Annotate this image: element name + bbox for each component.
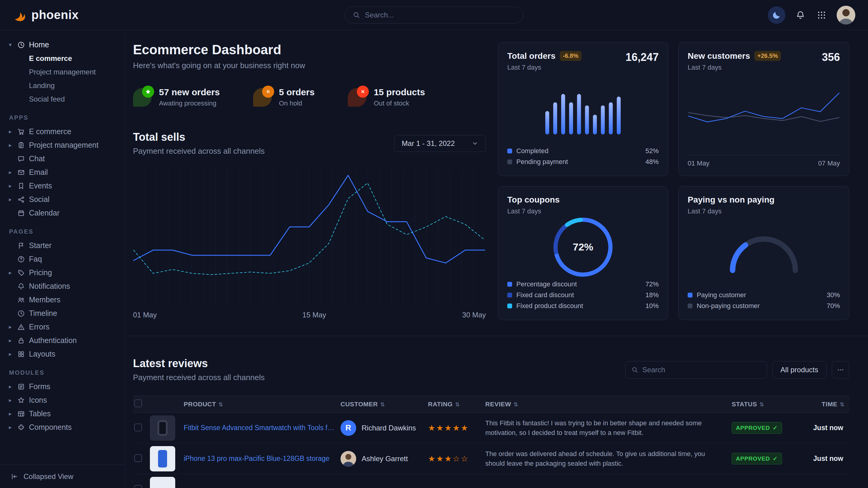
pause-icon [262, 86, 274, 98]
new-customers-card: New customers +26.5% Last 7 days 356 01 … [678, 42, 849, 176]
collapsed-view-label: Collapsed View [24, 472, 73, 481]
legend-item-completed: Completed 52% [507, 145, 659, 157]
sidebar-item-home[interactable]: ▾ Home [7, 38, 118, 52]
grid-icon [18, 351, 25, 358]
global-search-input[interactable] [365, 11, 515, 19]
total-orders-value: 16,247 [625, 51, 659, 64]
row-checkbox[interactable] [134, 423, 142, 431]
notifications-button[interactable] [795, 9, 806, 21]
search-icon [631, 366, 638, 373]
legend-swatch [507, 293, 512, 297]
caret-icon: ▸ [7, 323, 13, 330]
caret-icon: ▾ [7, 41, 13, 48]
customer-avatar [341, 451, 356, 466]
legend-label: Non-paying customer [697, 302, 760, 310]
page-subtitle: Here's what's going on at your business … [133, 61, 486, 70]
product-link[interactable]: Fitbit Sense Advanced Smartwatch with To… [184, 424, 335, 432]
sidebar-item-forms[interactable]: ▸ Forms [7, 380, 118, 393]
sidebar-item-project-management[interactable]: ▸ Project management [7, 138, 118, 152]
sidebar-item-label: Icons [29, 396, 47, 404]
rating-stars: ★★★★★ [428, 423, 469, 432]
reviews-search-input[interactable] [642, 366, 761, 374]
sidebar-item-icons[interactable]: ▸ Icons [7, 393, 118, 407]
search-icon [353, 11, 360, 19]
sidebar-section-label-apps: APPS [7, 114, 118, 121]
sidebar-item-notifications[interactable]: Notifications [7, 280, 118, 293]
sidebar-item-timeline[interactable]: Timeline [7, 306, 118, 320]
legend-label: Fixed product discount [516, 302, 583, 310]
users-icon [18, 296, 25, 303]
moon-icon [772, 10, 781, 20]
sidebar-subitem-e-commerce[interactable]: E commerce [7, 52, 118, 65]
sidebar-subitem-social-feed[interactable]: Social feed [7, 92, 118, 106]
sidebar-item-pricing[interactable]: ▸ Pricing [7, 266, 118, 280]
paying-gauge-chart [688, 215, 840, 290]
apps-grid-button[interactable] [815, 9, 828, 21]
sidebar-item-chat[interactable]: Chat [7, 152, 118, 165]
sidebar-subitem-project-management[interactable]: Project management [7, 65, 118, 79]
reviews-subtitle: Payment received across all channels [133, 373, 265, 382]
all-products-button[interactable]: All products [772, 361, 826, 379]
date-range-select[interactable]: Mar 1 - 31, 2022 [394, 135, 486, 152]
reviews-search[interactable] [625, 361, 767, 379]
legend-item-fixed-card-discount: Fixed card discount 18% [507, 290, 659, 300]
x-tick: 01 May [688, 159, 709, 167]
sidebar-item-label: Starter [29, 241, 52, 250]
page-title: Ecommerce Dashboard [133, 42, 486, 57]
sidebar-item-errors[interactable]: ▸ Errors [7, 320, 118, 334]
sidebar-item-authentication[interactable]: ▸ Authentication [7, 334, 118, 347]
sidebar-item-label: Social [29, 195, 50, 204]
row-checkbox[interactable] [134, 454, 142, 462]
column-header-customer[interactable]: CUSTOMER⇅ [341, 396, 428, 413]
column-header-review[interactable]: REVIEW⇅ [485, 396, 732, 413]
sidebar-subitem-landing[interactable]: Landing [7, 79, 118, 92]
sidebar-item-e-commerce[interactable]: ▸ E commerce [7, 125, 118, 138]
row-checkbox[interactable] [134, 485, 142, 488]
legend-label: Percentage discount [516, 280, 577, 288]
sidebar-item-layouts[interactable]: ▸ Layouts [7, 347, 118, 361]
customer-name: Ashley Garrett [362, 455, 408, 463]
ellipsis-icon [837, 366, 844, 373]
trend-badge: +26.5% [754, 51, 781, 61]
dark-mode-toggle[interactable] [768, 6, 785, 24]
legend-value: 10% [645, 302, 659, 310]
sidebar-item-calendar[interactable]: Calendar [7, 206, 118, 220]
product-link[interactable]: iPhone 13 pro max-Pacific Blue-128GB sto… [184, 455, 335, 463]
sidebar-item-label: Forms [29, 382, 50, 391]
column-header-status[interactable]: STATUS⇅ [732, 396, 804, 413]
review-time: Just now [813, 455, 843, 462]
more-options-button[interactable] [832, 361, 849, 379]
brand[interactable]: phoenix [13, 8, 79, 22]
sidebar-item-events[interactable]: ▸ Events [7, 179, 118, 193]
sidebar-item-starter[interactable]: Starter [7, 239, 118, 252]
sidebar-item-members[interactable]: Members [7, 293, 118, 306]
collapsed-view-toggle[interactable]: Collapsed View [0, 464, 125, 488]
topbar-search[interactable] [345, 7, 523, 24]
sidebar-item-tables[interactable]: ▸ Tables [7, 407, 118, 421]
card-title: New customers [688, 51, 750, 61]
select-all-checkbox[interactable] [134, 399, 142, 407]
sidebar-item-social[interactable]: ▸ Social [7, 193, 118, 206]
reviews-tbody: Fitbit Sense Advanced Smartwatch with To… [133, 413, 849, 488]
x-icon [357, 86, 369, 98]
sort-icon: ⇅ [380, 401, 385, 408]
sidebar-section-label-modules: MODULES [7, 369, 118, 376]
caret-icon: ▸ [7, 337, 13, 344]
sidebar-item-components[interactable]: ▸ Components [7, 421, 118, 434]
column-header-time[interactable]: TIME⇅ [804, 396, 849, 413]
user-avatar[interactable] [837, 6, 855, 24]
column-header-product[interactable]: PRODUCT⇅ [184, 396, 341, 413]
cart-icon [18, 128, 25, 135]
sidebar-nav: ▾ Home E commerceProject managementLandi… [0, 30, 125, 464]
sort-icon: ⇅ [514, 401, 519, 408]
sidebar-item-label: Chat [29, 154, 45, 163]
reviews-table: PRODUCT⇅CUSTOMER⇅RATING⇅REVIEW⇅STATUS⇅TI… [133, 395, 849, 488]
sidebar-item-label: Faq [29, 255, 42, 263]
sidebar-item-faq[interactable]: Faq [7, 252, 118, 266]
topbar-actions [768, 6, 855, 24]
tag-icon [18, 269, 25, 276]
warning-icon [18, 323, 25, 331]
caret-icon: ▸ [7, 142, 13, 149]
sidebar-item-email[interactable]: ▸ Email [7, 165, 118, 179]
column-header-rating[interactable]: RATING⇅ [428, 396, 485, 413]
